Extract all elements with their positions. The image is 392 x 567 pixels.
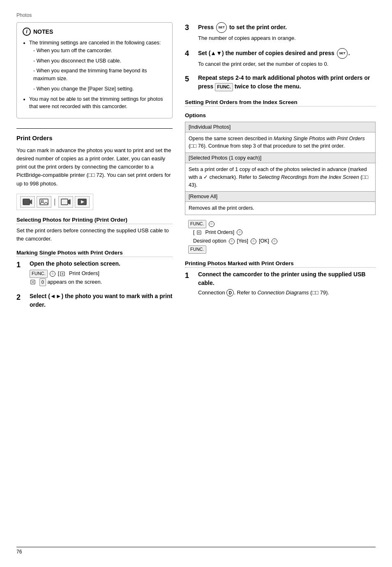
right-column: 3 Press SET to set the print order. The … (185, 22, 376, 316)
arrow-circle-1: ○ (50, 271, 55, 277)
step-1-num: 1 (16, 259, 25, 286)
set-button-1: SET (216, 22, 227, 33)
step-4-num: 4 (185, 48, 194, 68)
notes-sub-3: When you expand the trimming frame beyon… (33, 67, 166, 83)
print-orders-title: Print Orders (16, 134, 173, 141)
svg-rect-4 (61, 199, 68, 205)
print-orders-intro: You can mark in advance the photos you w… (16, 146, 173, 188)
step-4-title: Set (▲▼) the number of copies desired an… (198, 48, 376, 59)
icon-strip: | (16, 194, 93, 210)
step-1-content: Open the photo selection screen. FUNC. ○… (30, 259, 173, 286)
section-divider (16, 128, 173, 129)
set-button-2: SET (337, 48, 348, 59)
step-4-content: Set (▲▼) the number of copies desired an… (198, 48, 376, 68)
icon-play (75, 196, 90, 208)
step-3: 3 Press SET to set the print order. The … (185, 22, 376, 42)
notes-sub-1: When you turn off the camcorder. (33, 47, 166, 55)
options-table: [Individual Photos] Opens the same scree… (185, 122, 376, 215)
options-body-3: Removes all the print orders. (185, 202, 375, 215)
selecting-title: Selecting Photos for Printing (Print Ord… (16, 217, 173, 224)
notes-sub-4: When you change the [Paper Size] setting… (33, 85, 166, 93)
print-step-1: 1 Connect the camcorder to the printer u… (185, 270, 376, 297)
info-icon: i (23, 28, 31, 36)
icon-photo (37, 196, 51, 208)
step-2-num: 2 (16, 292, 25, 310)
icon-video2 (58, 196, 73, 208)
func-kbd-2: FUNC. (215, 83, 233, 91)
index-screen-title: Setting Print Orders from the Index Scre… (185, 99, 376, 106)
page: Photos i NOTES The trimming settings are… (0, 0, 392, 567)
step-3-content: Press SET to set the print order. The nu… (198, 22, 376, 42)
svg-rect-2 (40, 199, 48, 205)
step-2-title: Select (◄►) the photo you want to mark w… (30, 292, 173, 309)
step-5-title: Repeat steps 2-4 to mark additional phot… (198, 74, 376, 91)
arrow-circle-flow-3: ○ (229, 238, 235, 244)
step-2: 2 Select (◄►) the photo you want to mark… (16, 292, 173, 310)
step-5-content: Repeat steps 2-4 to mark additional phot… (198, 74, 376, 93)
left-column: i NOTES The trimming settings are cancel… (16, 22, 173, 316)
notes-heading: NOTES (33, 28, 53, 35)
options-row-1: [Individual Photos] Opens the same scree… (185, 122, 375, 153)
step-3-title: Press SET to set the print order. (198, 22, 376, 33)
step-5: 5 Repeat steps 2-4 to mark additional ph… (185, 74, 376, 93)
arrow-circle-flow-4: ○ (251, 238, 256, 244)
step-4: 4 Set (▲▼) the number of copies desired … (185, 48, 376, 68)
arrow-circle-flow-2: ○ (237, 229, 242, 235)
step-5-num: 5 (185, 74, 194, 93)
footer-rule (16, 547, 376, 547)
func-kbd-flow-1: FUNC. (188, 220, 206, 228)
icon-sep: | (53, 197, 57, 206)
svg-rect-8 (60, 272, 65, 276)
step-4-body: To cancel the print order, set the numbe… (198, 60, 376, 68)
notes-item-1: The trimming settings are canceled in th… (29, 39, 166, 93)
func-flow: FUNC. ○ [ Print Orders] ○ Desired option… (185, 220, 376, 254)
svg-rect-9 (31, 280, 35, 284)
options-row-2: [Selected Photos (1 copy each)] Sets a p… (185, 153, 375, 192)
svg-marker-5 (68, 199, 70, 204)
selecting-text: Set the print orders before connecting t… (16, 227, 173, 243)
step-1: 1 Open the photo selection screen. FUNC.… (16, 259, 173, 286)
func-flow-line-1: FUNC. ○ (185, 220, 376, 228)
options-body-2: Sets a print order of 1 copy of each of … (185, 163, 375, 191)
step-3-num: 3 (185, 22, 194, 42)
options-header-2: [Selected Photos (1 copy each)] (185, 153, 375, 163)
notes-sub-list: When you turn off the camcorder. When yo… (29, 47, 166, 93)
connection-d-icon: D (226, 289, 234, 296)
footer: 76 (16, 547, 376, 555)
marking-title: Marking Single Photos with Print Orders (16, 250, 173, 257)
page-label: Photos (16, 12, 376, 18)
notes-list: The trimming settings are canceled in th… (23, 39, 166, 111)
options-header-1: [Individual Photos] (185, 122, 375, 132)
options-label: Options (185, 112, 376, 118)
icon-video (20, 196, 35, 208)
func-flow-line-4: FUNC. (185, 245, 376, 254)
arrow-circle-flow-5: ○ (272, 238, 277, 244)
svg-rect-0 (23, 199, 30, 205)
func-flow-line-2: [ Print Orders] ○ (185, 228, 376, 237)
options-row-3: [Remove All] Removes all the print order… (185, 192, 375, 215)
func-kbd-1: FUNC. (30, 270, 48, 278)
step-2-content: Select (◄►) the photo you want to mark w… (30, 292, 173, 310)
print-step-1-num: 1 (185, 270, 194, 297)
func-kbd-flow-2: FUNC. (188, 245, 206, 254)
arrow-circle-flow-1: ○ (209, 221, 214, 227)
step-1-title: Open the photo selection screen. (30, 259, 173, 268)
svg-marker-1 (30, 199, 32, 204)
print-step-1-title: Connect the camcorder to the printer usi… (198, 270, 376, 287)
options-body-1: Opens the same screen described in Marki… (185, 132, 375, 153)
print-step-1-body: Connection D. Refer to Connection Diagra… (198, 289, 376, 297)
notes-item-2: You may not be able to set the trimming … (29, 95, 166, 111)
notes-title: i NOTES (23, 28, 166, 36)
print-step-1-content: Connect the camcorder to the printer usi… (198, 270, 376, 297)
options-header-3: [Remove All] (185, 192, 375, 202)
notes-item-1-text: The trimming settings are canceled in th… (29, 40, 161, 46)
printing-title: Printing Photos Marked with Print Orders (185, 260, 376, 268)
page-number: 76 (16, 549, 376, 555)
zero-kbd: 0 (39, 278, 46, 287)
step-1-body: FUNC. ○ [ Print Orders] 0 appears on the… (30, 269, 173, 286)
func-flow-line-3: Desired option ○ [Yes] ○ [OK] ○ (185, 237, 376, 245)
step-3-body: The number of copies appears in orange. (198, 34, 376, 42)
notes-sub-2: When you disconnect the USB cable. (33, 57, 166, 65)
notes-box: i NOTES The trimming settings are cancel… (16, 22, 173, 118)
